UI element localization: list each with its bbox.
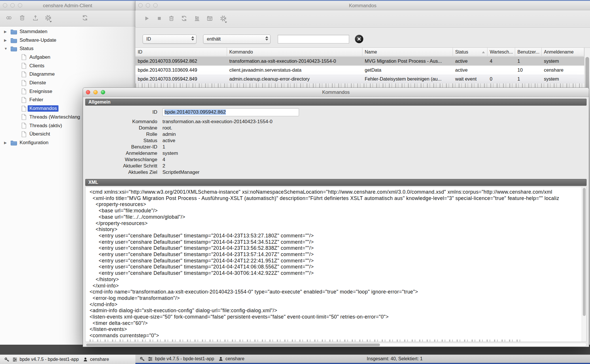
sidebar-item-software-update[interactable]: ▶Software-Update [0, 36, 135, 45]
table-cell: bpde.20140703.095942.849 [135, 75, 227, 83]
filter-value-input[interactable] [278, 35, 349, 43]
tree-item-label: Stammdaten [20, 29, 47, 35]
scrollbar-thumb[interactable] [583, 188, 586, 316]
table-cell: client.javaadmin.serverstatus-data [227, 66, 362, 75]
table-cell: 4 [487, 57, 515, 66]
column-header-wartesch[interactable]: Wartesch... [487, 48, 515, 56]
filter-operator-value: enthält [207, 37, 221, 41]
sidebar-item-clients[interactable]: Clients [0, 62, 135, 70]
scrollbar-thumb[interactable] [86, 344, 380, 346]
disclosure-closed-icon[interactable]: ▶ [4, 141, 8, 145]
table-header-row: IDKommandoNameStatusWartesch...Benutzer.… [135, 48, 584, 56]
column-header-status[interactable]: Status [453, 48, 487, 56]
document-icon [21, 80, 27, 86]
kommandos-toolbar [135, 11, 590, 28]
disclosure-closed-icon[interactable]: ▶ [4, 30, 8, 34]
field-value: 4 [162, 157, 165, 163]
minimize-button[interactable] [93, 90, 98, 94]
field-value: 1 [162, 144, 165, 150]
refresh-icon [81, 14, 89, 23]
toolbar-button-gear[interactable] [43, 14, 53, 23]
field-label-rolle: Rolle [83, 131, 157, 138]
table-row[interactable]: bpde.20140703.103609.449client.javaadmin… [135, 66, 584, 75]
toolbar-button-trash[interactable] [167, 15, 176, 23]
table-cell: censhare [542, 66, 584, 75]
sidebar-item-stammdaten[interactable]: ▶Stammdaten [0, 27, 135, 36]
xml-horizontal-scrollbar[interactable] [85, 343, 587, 346]
section-header-xml: XML [85, 179, 587, 186]
field-label-warteschlange: Warteschlange [83, 157, 157, 163]
toolbar-button-trash[interactable] [17, 14, 27, 23]
toolbar-button-chart-flag[interactable] [192, 15, 202, 23]
zoom-button[interactable] [153, 3, 158, 7]
key-icon [4, 357, 10, 362]
disclosure-open-icon[interactable]: ▼ [4, 47, 8, 51]
window-controls [86, 90, 105, 94]
table-row[interactable]: bpde.20140703.095942.849admin.cleanup.cl… [135, 75, 584, 83]
column-header-anmeldename[interactable]: Anmeldename [542, 48, 584, 56]
toolbar-button-chart-table[interactable] [205, 15, 215, 23]
folder-icon [10, 46, 17, 52]
tree-item-label: Status [20, 46, 33, 52]
tree-item-label: Kommandos [28, 105, 58, 112]
toolbar-button-stop[interactable] [154, 15, 164, 23]
close-button[interactable] [3, 3, 7, 7]
disclosure-closed-icon[interactable]: ▶ [4, 38, 8, 42]
toolbar-button-gear[interactable] [218, 15, 228, 23]
sidebar-item-status[interactable]: ▼Status [0, 44, 135, 53]
screen-bottom-edge [135, 363, 590, 364]
server-icon [147, 356, 153, 362]
column-header-kommando[interactable]: Kommando [227, 48, 362, 56]
column-header-name[interactable]: Name [362, 48, 453, 56]
table-cell: transformation.aa-xslt-execution-2014042… [227, 57, 362, 66]
toolbar-button-refresh[interactable] [80, 14, 90, 23]
tree-item-label: Ereignisse [29, 89, 52, 94]
column-header-id[interactable]: ID [135, 48, 227, 56]
table-cell: system [542, 75, 584, 83]
screen-top-edge [0, 0, 590, 1]
tree-item-label: Konfiguration [20, 140, 48, 146]
dialog-titlebar[interactable]: Kommandos [83, 88, 589, 97]
field-value: active [162, 138, 175, 144]
filter-bar: ID enthält [135, 28, 590, 48]
toolbar-button-export[interactable] [31, 14, 40, 23]
clear-filter-icon[interactable] [355, 35, 363, 43]
table-cell: admin.cleanup.cleanup-error-directory [227, 75, 362, 83]
gear-icon [220, 15, 227, 23]
toolbar-button-refresh[interactable] [179, 15, 189, 23]
trash-icon [19, 14, 26, 22]
minimize-button[interactable] [146, 3, 150, 7]
document-icon [21, 123, 27, 129]
xml-content: <cmd xmlns:xsi="http://www.w3.org/2001/X… [90, 189, 559, 339]
sidebar-item-dienste[interactable]: Dienste [0, 79, 135, 87]
admin-client-titlebar[interactable]: censhare Admin-Client [0, 1, 135, 10]
tree-item-label: Dienste [29, 80, 46, 86]
tree-item-label: Fehler [29, 97, 43, 103]
server-icon [12, 357, 18, 363]
toolbar-button-link[interactable] [4, 14, 14, 23]
table-cell: getData [362, 66, 453, 75]
filter-field-select[interactable]: ID [143, 35, 196, 44]
close-button[interactable] [138, 3, 143, 7]
xml-viewer[interactable]: <cmd xmlns:xsi="http://www.w3.org/2001/X… [85, 187, 587, 342]
kommandos-titlebar[interactable]: Kommandos [135, 1, 590, 10]
document-icon [21, 71, 27, 77]
close-button[interactable] [86, 90, 90, 94]
zoom-button[interactable] [101, 90, 105, 94]
field-label-kommando: Kommando [83, 119, 157, 125]
table-cell: 0 [487, 75, 515, 83]
user-icon [218, 356, 224, 362]
xml-vertical-scrollbar[interactable] [582, 187, 586, 342]
document-icon [21, 114, 27, 120]
column-header-benutzer[interactable]: Benutzer... [515, 48, 542, 56]
zoom-button[interactable] [18, 3, 22, 7]
sidebar-item-aufgaben[interactable]: Aufgaben [0, 53, 135, 62]
minimize-button[interactable] [10, 3, 15, 7]
table-cell: bpde.20140703.095942.862 [135, 57, 227, 66]
selected-text: bpde.20140703.095942.862 [164, 109, 226, 115]
filter-operator-select[interactable]: enthält [203, 35, 271, 44]
table-row[interactable]: bpde.20140703.095942.862transformation.a… [135, 57, 584, 66]
sidebar-item-diagramme[interactable]: Diagramme [0, 70, 135, 79]
id-input-field[interactable]: bpde.20140703.095942.862 [162, 108, 299, 116]
toolbar-button-play[interactable] [142, 15, 152, 23]
